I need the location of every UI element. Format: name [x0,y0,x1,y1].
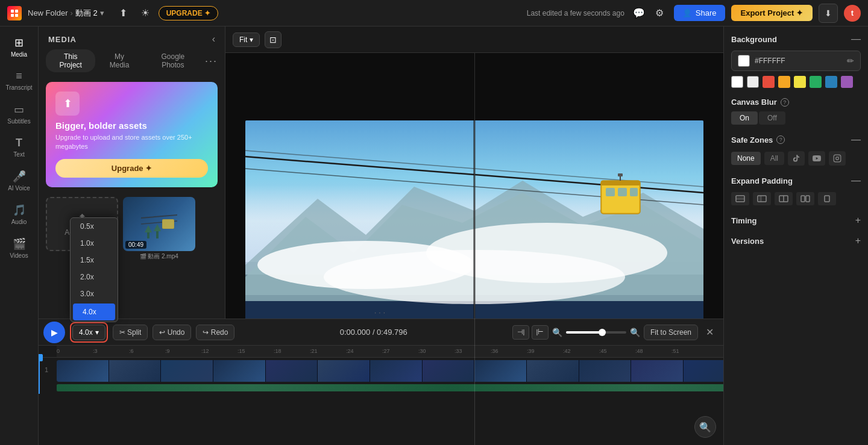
timing-section[interactable]: Timing + [731,215,861,226]
trim-start-button[interactable]: ⊣| [512,325,529,340]
folder-name[interactable]: New Folder [28,8,68,17]
tab-my-media[interactable]: My Media [98,49,140,72]
speed-value: 4.0x [79,328,93,337]
color-swatch-0[interactable] [731,76,743,88]
versions-section[interactable]: Versions + [731,235,861,246]
sidebar-item-text[interactable]: T Text [4,132,35,163]
notifications-button[interactable]: 💬 [631,5,647,22]
fit-label: Fit [239,36,247,44]
speed-dropdown[interactable]: 4.0x ▾ 0.5x 1.0x 1.5x 2.0x 3.0x 4.0x [70,322,108,343]
speed-option-3-0x[interactable]: 3.0x [71,285,118,302]
ruler-mark-51: :51 [671,348,679,354]
canvas-blur-help-icon[interactable]: ? [781,98,789,107]
safe-zone-all-button[interactable]: All [764,152,784,165]
avatar[interactable]: t [844,5,861,22]
color-swatch-6[interactable] [825,76,837,88]
safe-zones-collapse-button[interactable]: — [851,134,861,145]
close-timeline-button[interactable]: ✕ [702,324,719,341]
versions-expand-button[interactable]: + [855,235,861,246]
canvas-blur-on-button[interactable]: On [731,111,758,125]
time-value: 0:00.000 / 0:49.796 [340,328,407,337]
export-button[interactable]: Export Project ✦ [731,5,813,21]
upgrade-banner-icon: ⬆ [55,92,80,116]
project-nav-chevron[interactable]: ▾ [100,8,104,17]
tiktok-platform-button[interactable] [788,151,805,166]
safe-zones-help-icon[interactable]: ? [776,135,785,144]
media-more-button[interactable]: ··· [205,55,218,67]
color-swatch-4[interactable] [794,76,806,88]
timeline-ruler: 0 :3 :6 :9 :12 :15 :18 :21 :24 :27 :30 :… [39,346,723,358]
aspect-icon: ⊡ [269,35,277,45]
eyedropper-button[interactable]: ✏ [847,56,854,66]
search-button-bottom[interactable]: 🔍 [694,416,716,438]
sidebar-item-aivoice[interactable]: 🎤 AI Voice [4,165,35,196]
aspect-ratio-button[interactable]: ⊡ [265,31,281,48]
undo-button[interactable]: ↩ Undo [153,325,191,340]
upload-button[interactable]: ⬆ [115,5,132,22]
media-file-item[interactable]: 00:49 🎬 動画 2.mp4 [123,197,195,261]
tab-this-project[interactable]: This Project [46,49,95,72]
svg-rect-10 [156,230,159,238]
audio-track[interactable] [57,384,723,391]
expand-opt-4[interactable] [796,192,814,205]
zoom-out-button[interactable]: 🔍 [552,328,562,337]
trim-end-button[interactable]: |⊢ [532,325,549,340]
color-swatch-2[interactable] [763,76,775,88]
settings-button[interactable]: ⚙ [651,5,668,22]
timeline-track-area: 0 :3 :6 :9 :12 :15 :18 :21 :24 :27 :30 :… [39,346,723,445]
trim-controls: ⊣| |⊢ [512,325,549,340]
speed-option-2-0x[interactable]: 2.0x [71,269,118,285]
speed-option-0-5x[interactable]: 0.5x [71,218,118,235]
safe-zone-none-button[interactable]: None [731,152,761,165]
sidebar-item-media[interactable]: ⊞ Media [4,31,35,63]
timeline-expand-dots[interactable]: ··· [374,308,388,317]
redo-button[interactable]: ↪ Redo [196,325,234,340]
zoom-slider-thumb[interactable] [599,329,606,336]
speed-menu[interactable]: 0.5x 1.0x 1.5x 2.0x 3.0x 4.0x [70,217,118,322]
background-collapse-button[interactable]: — [851,34,861,45]
expand-opt-1[interactable] [731,192,749,205]
instagram-platform-button[interactable] [829,151,846,166]
color-display[interactable]: #FFFFFF ✏ [731,51,861,71]
media-panel-collapse-button[interactable]: ‹ [212,34,215,45]
project-name[interactable]: 動画 2 [75,8,98,19]
color-swatch-3[interactable] [778,76,790,88]
speed-button[interactable]: 4.0x ▾ [72,325,105,340]
expand-opt-2[interactable] [753,192,771,205]
search-icon-bottom: 🔍 [699,422,711,433]
playhead[interactable] [39,358,40,394]
tab-google-photos[interactable]: Google Photos [143,49,203,72]
color-swatch-1[interactable] [747,76,759,88]
tracks-container: 1 [39,358,723,394]
sidebar-item-videos[interactable]: 🎬 Videos [4,232,35,264]
timing-expand-button[interactable]: + [855,215,861,226]
zoom-slider[interactable] [566,331,626,334]
expand-padding-collapse-button[interactable]: — [851,175,861,186]
video-track[interactable] [57,360,723,382]
brightness-button[interactable]: ☀ [137,5,154,22]
sidebar-item-subtitles[interactable]: ▭ Subtitles [4,98,35,129]
expand-opt-3[interactable] [775,192,793,205]
zoom-in-button[interactable]: 🔍 [630,328,640,337]
color-swatch-5[interactable] [810,76,822,88]
expand-opt-5[interactable] [818,192,836,205]
fit-dropdown-button[interactable]: Fit ▾ [233,33,260,47]
speed-option-4-0x[interactable]: 4.0x [73,303,115,320]
sidebar-item-transcript[interactable]: ≡ Transcript [4,65,35,96]
expand-padding-title: Expand Padding [731,176,793,185]
upgrade-button[interactable]: UPGRADE ✦ [159,6,218,20]
download-button[interactable]: ⬇ [819,4,838,23]
canvas-blur-off-button[interactable]: Off [759,111,785,125]
fit-to-screen-button[interactable]: Fit to Screen [644,325,698,340]
upgrade-banner-button[interactable]: Upgrade ✦ [55,159,208,178]
play-button[interactable]: ▶ [43,322,65,343]
share-button[interactable]: 👤 Share [674,5,725,21]
media-thumbnail[interactable]: 00:49 [123,197,195,251]
transcript-icon: ≡ [16,70,22,82]
youtube-platform-button[interactable] [808,151,825,166]
color-swatch-7[interactable] [841,76,853,88]
sidebar-item-audio[interactable]: 🎵 Audio [4,199,35,230]
speed-option-1-0x[interactable]: 1.0x [71,235,118,252]
speed-option-1-5x[interactable]: 1.5x [71,252,118,269]
split-button[interactable]: ✂ Split [113,325,148,340]
